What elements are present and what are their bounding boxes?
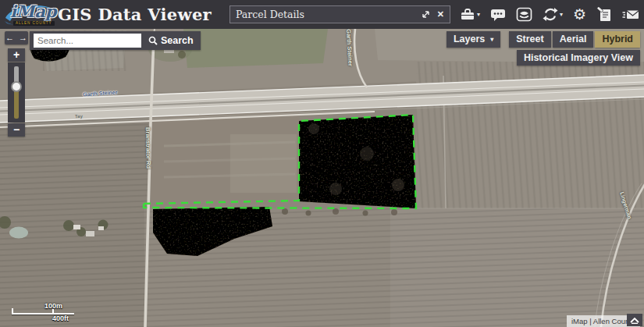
previous-extent-arrow[interactable]: ← (5, 34, 14, 42)
search-button[interactable]: Search (148, 35, 196, 46)
zoom-control: + − (8, 48, 25, 137)
zoom-slider-track[interactable] (8, 62, 25, 123)
search-icon (148, 36, 158, 45)
gis-data-viewer-app: Garth Steiner Garth Steiner Branstrator … (0, 0, 644, 327)
email-icon[interactable] (622, 7, 639, 22)
header-toolbar: ▾ (460, 0, 639, 29)
imap-logo: iMap ALLEN COUNTY (4, 1, 55, 28)
panel-pill-label: Parcel Details (236, 9, 415, 20)
search-input[interactable] (34, 34, 141, 48)
basemap-hybrid-button[interactable]: Hybrid (595, 31, 640, 48)
settings-gear-icon[interactable]: ⚙ (573, 7, 586, 22)
layers-icon[interactable] (516, 7, 532, 22)
toolbox-icon[interactable]: ▾ (460, 7, 480, 22)
logo-subtext: ALLEN COUNTY (13, 21, 55, 26)
next-extent-arrow[interactable]: → (19, 34, 27, 42)
panel-close-icon[interactable]: ✕ (437, 10, 444, 19)
attribution-expand-button[interactable] (627, 314, 642, 326)
refresh-icon[interactable]: ▾ (543, 7, 563, 22)
historical-imagery-button[interactable]: Historical Imagery View (517, 50, 640, 66)
zoom-slider-handle[interactable] (11, 81, 22, 92)
basemap-street-button[interactable]: Street (509, 31, 550, 48)
app-header: iMap ALLEN COUNTY GIS Data Viewer Parcel… (0, 0, 644, 29)
aerial-imagery (0, 29, 644, 327)
notes-icon[interactable] (596, 7, 612, 22)
zoom-in-button[interactable]: + (8, 48, 25, 62)
comments-icon[interactable] (490, 7, 506, 22)
logo-text: iMap (10, 2, 57, 21)
zoom-out-button[interactable]: − (8, 123, 25, 137)
basemap-aerial-button[interactable]: Aerial (553, 31, 594, 48)
basemap-toolbar: Layers ▾ Street Aerial Hybrid (445, 31, 640, 48)
parcel-details-panel-pill[interactable]: Parcel Details ✕ (229, 5, 450, 23)
map-canvas[interactable]: Garth Steiner Garth Steiner Branstrator … (0, 29, 644, 327)
chevron-up-icon (630, 316, 639, 324)
chevron-down-icon: ▾ (490, 31, 493, 48)
extent-navigation: ← → (5, 31, 28, 44)
layers-button[interactable]: Layers ▾ (447, 31, 500, 48)
page-title: GIS Data Viewer (58, 0, 212, 29)
search-bar: Search (30, 31, 201, 50)
panel-collapse-icon[interactable] (422, 10, 430, 19)
